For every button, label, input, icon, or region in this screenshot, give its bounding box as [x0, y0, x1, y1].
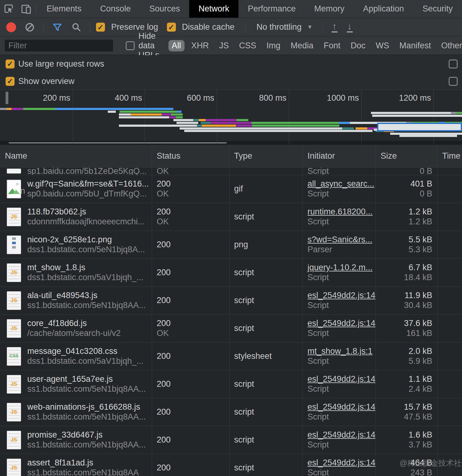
table-row[interactable]: JSuser-agent_165a7ee.jsss1.bdstatic.com/…	[0, 370, 462, 398]
table-row[interactable]: nw.gif?q=Sanic&fm=se&T=1616...sp0.baidu.…	[0, 175, 462, 203]
device-toolbar-icon[interactable]	[17, 0, 35, 18]
request-name: core_4f18d6d.js	[27, 319, 87, 328]
initiator-link[interactable]: runtime.618200...	[307, 207, 373, 216]
table-row[interactable]: nicon-2x_6258e1c.pngdss1.bdstatic.com/5e…	[0, 231, 462, 259]
name-cell: JSpromise_33d6467.jsss1.bdstatic.com/5eN…	[0, 426, 152, 454]
initiator-link[interactable]: esl_2549dd2.js:14	[307, 458, 375, 467]
initiator-link[interactable]: esl_2549dd2.js:14	[307, 430, 375, 439]
tab-sources[interactable]: Sources	[140, 0, 189, 18]
table-row[interactable]: JScore_4f18d6d.js/cache/atom/search-ui/v…	[0, 315, 462, 342]
initiator-cell: Script	[303, 167, 376, 175]
initiator-link[interactable]: esl_2549dd2.js:14	[307, 402, 375, 412]
timeline-gridline	[73, 90, 73, 144]
tab-application[interactable]: Application	[354, 0, 413, 18]
disable-cache-checkbox[interactable]: ✓	[167, 23, 176, 32]
size-transferred: 11.9 kB	[404, 291, 432, 300]
type-filter-doc[interactable]: Doc	[347, 40, 369, 51]
column-header-name[interactable]: Name	[0, 145, 152, 167]
initiator-link[interactable]: esl_2549dd2.js:14	[307, 291, 375, 300]
initiator-link[interactable]: mt_show_1.8.js:1	[307, 346, 373, 356]
tab-memory[interactable]: Memory	[305, 0, 354, 18]
request-url: sp0.baidu.com/5bU_dTmfKgQ...	[27, 189, 147, 199]
table-row[interactable]: sp1.baidu.com/5b1ZeDe5KgQ...OKScript0 B	[0, 167, 462, 175]
column-separator[interactable]	[152, 145, 152, 476]
table-row[interactable]: JSala-util_e489543.jsss1.bdstatic.com/5e…	[0, 287, 462, 315]
preserve-log-checkbox[interactable]: ✓	[96, 23, 105, 32]
waterfall-bar-segment	[108, 111, 116, 113]
capture-screenshots-checkbox[interactable]: ✓	[449, 77, 458, 86]
waterfall-bar-segment	[119, 116, 169, 118]
type-filter-manifest[interactable]: Manifest	[396, 40, 434, 51]
type-filter-media[interactable]: Media	[287, 40, 317, 51]
initiator-link[interactable]: esl_2549dd2.js:14	[307, 374, 375, 384]
column-separator[interactable]	[303, 145, 303, 476]
type-cell: script	[229, 259, 303, 286]
requests-table: NameStatusTypeInitiatorSizeTime sp1.baid…	[0, 145, 462, 476]
timeline-tick-label: 400 ms	[93, 93, 142, 103]
column-separator[interactable]	[229, 145, 229, 476]
tab-elements[interactable]: Elements	[37, 0, 91, 18]
filter-icon[interactable]	[51, 21, 63, 33]
waterfall-bar-segment	[171, 113, 183, 116]
type-filter-img[interactable]: Img	[263, 40, 284, 51]
hide-data-urls-checkbox[interactable]: ✓	[126, 41, 135, 50]
tab-console[interactable]: Console	[91, 0, 140, 18]
type-filter-xhr[interactable]: XHR	[188, 40, 212, 51]
size-transferred: 401 B	[410, 179, 432, 189]
overview-scroll-thumb[interactable]	[9, 142, 227, 143]
type-cell: script	[229, 287, 303, 314]
waterfall-bar-segment	[119, 113, 131, 116]
initiator-link[interactable]: esl_2549dd2.js:14	[307, 319, 375, 328]
table-row[interactable]: CSSmessage_041c3208.cssdss1.bdstatic.com…	[0, 342, 462, 370]
type-filter-ws[interactable]: WS	[372, 40, 393, 51]
initiator-link[interactable]: s?wd=Sanic&rs...	[307, 235, 372, 244]
large-rows-checkbox[interactable]: ✓	[6, 60, 15, 68]
table-row[interactable]: JSweb-animations-js_6166288.jsss1.bdstat…	[0, 398, 462, 426]
initiator-type: Script	[307, 384, 329, 394]
show-overview-checkbox[interactable]: ✓	[6, 77, 15, 86]
type-filter-js[interactable]: JS	[216, 40, 233, 51]
column-separator[interactable]	[376, 145, 376, 476]
import-har-icon[interactable]: ↑	[332, 22, 338, 33]
table-row[interactable]: JSmt_show_1.8.jsdss1.bdstatic.com/5aV1bj…	[0, 259, 462, 287]
throttling-select[interactable]: No throttling	[256, 22, 302, 32]
initiator-type: Script	[307, 167, 329, 175]
clear-icon[interactable]	[24, 21, 36, 33]
type-filter-font[interactable]: Font	[320, 40, 344, 51]
timeline-gridline	[289, 90, 289, 144]
overview-resize-handle[interactable]	[6, 92, 8, 104]
column-header-time[interactable]: Time	[437, 145, 462, 167]
request-name: ala-util_e489543.js	[27, 291, 98, 300]
search-icon[interactable]	[70, 21, 83, 33]
type-filter-css[interactable]: CSS	[236, 40, 260, 51]
table-row[interactable]: JSpromise_33d6467.jsss1.bdstatic.com/5eN…	[0, 426, 462, 454]
export-har-icon[interactable]: ↓	[347, 22, 353, 33]
tab-security[interactable]: Security	[413, 0, 462, 18]
column-header-initiator[interactable]: Initiator	[303, 145, 376, 167]
filter-input[interactable]	[4, 39, 113, 52]
network-overview-timeline[interactable]: 200 ms400 ms600 ms800 ms1000 ms1200 ms	[0, 90, 462, 145]
column-separator[interactable]	[437, 145, 438, 476]
table-row[interactable]: JSassert_8f1a1ad.jsss1.bdstatic.com/5eN1…	[0, 454, 462, 476]
table-row[interactable]: JS118.fb73b062.jscdonnmffkdaoajfknoeeecm…	[0, 203, 462, 231]
waterfall-bar-segment	[11, 108, 23, 110]
initiator-link[interactable]: all_async_searc...	[307, 179, 374, 188]
chevron-down-icon[interactable]: ▼	[307, 24, 313, 30]
type-cell: png	[229, 231, 303, 258]
waterfall-bar-segment	[120, 111, 179, 113]
tab-performance[interactable]: Performance	[238, 0, 305, 18]
type-filter-all[interactable]: All	[168, 40, 185, 51]
group-by-frame-checkbox[interactable]: ✓	[449, 60, 458, 68]
column-header-type[interactable]: Type	[229, 145, 303, 167]
column-header-size[interactable]: Size	[376, 145, 437, 167]
type-filter-other[interactable]: Other	[438, 40, 462, 51]
status-code: 200	[157, 426, 171, 454]
waterfall-bar-segment	[390, 133, 462, 135]
tab-network[interactable]: Network	[189, 0, 238, 18]
column-header-status[interactable]: Status	[152, 145, 229, 167]
inspect-element-icon[interactable]	[0, 0, 17, 18]
initiator-link[interactable]: jquery-1.10.2.m...	[307, 263, 373, 272]
record-button[interactable]	[6, 22, 16, 32]
name-cell: nw.gif?q=Sanic&fm=se&T=1616...sp0.baidu.…	[0, 175, 152, 203]
overview-scroll-strip[interactable]	[0, 141, 462, 144]
